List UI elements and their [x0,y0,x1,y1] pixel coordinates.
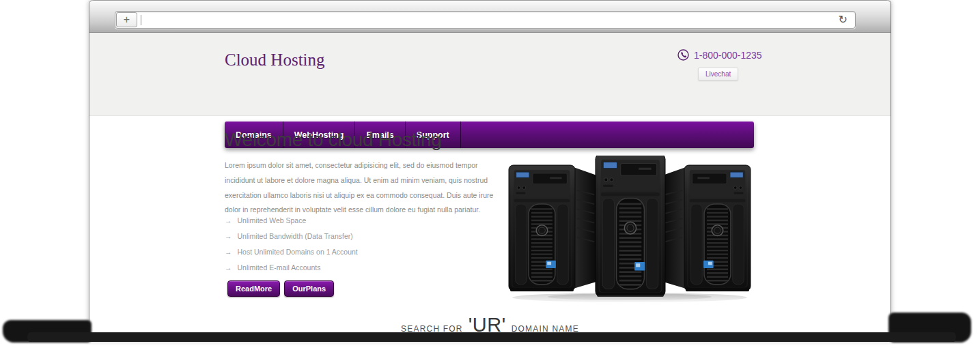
refresh-icon[interactable]: ↻ [839,14,848,25]
livechat-button[interactable]: Livechat [698,68,738,81]
address-bar[interactable]: + ↻ [115,11,856,29]
phone-block: 1-800-000-1235 [677,49,762,61]
laptop-base-strip [27,332,956,342]
feature-item: → Unlimited E-mail Accounts [225,263,358,272]
feature-item: → Unlimited Bandwidth (Data Transfer) [225,232,358,240]
feature-item: → Unlimited Web Space [225,216,358,224]
site-logo[interactable]: Cloud Hosting [225,50,325,70]
browser-window: + ↻ Cloud Hosting 1-800-000-1235 Livecha… [89,0,891,341]
cta-row: ReadMore OurPlans [227,280,334,297]
site-header: Cloud Hosting 1-800-000-1235 Livechat Do… [89,33,891,116]
phone-number: 1-800-000-1235 [694,50,762,61]
page-title: Welcome to cloud Hosting [225,129,442,151]
arrow-icon: → [225,216,232,224]
servers-image [507,156,752,304]
feature-item: → Host Unlimited Domains on 1 Account [225,248,358,256]
our-plans-button[interactable]: OurPlans [284,280,334,297]
browser-toolbar: + ↻ [89,0,891,33]
arrow-icon: → [225,232,232,240]
arrow-icon: → [225,248,232,256]
feature-list: → Unlimited Web Space → Unlimited Bandwi… [225,216,358,279]
read-more-button[interactable]: ReadMore [227,280,280,297]
new-tab-button[interactable]: + [116,12,137,27]
address-input[interactable] [141,12,839,28]
hero-paragraph: Lorem ipsum dolor sit amet, consectetur … [225,158,496,218]
phone-icon [677,49,689,61]
arrow-icon: → [225,263,232,272]
